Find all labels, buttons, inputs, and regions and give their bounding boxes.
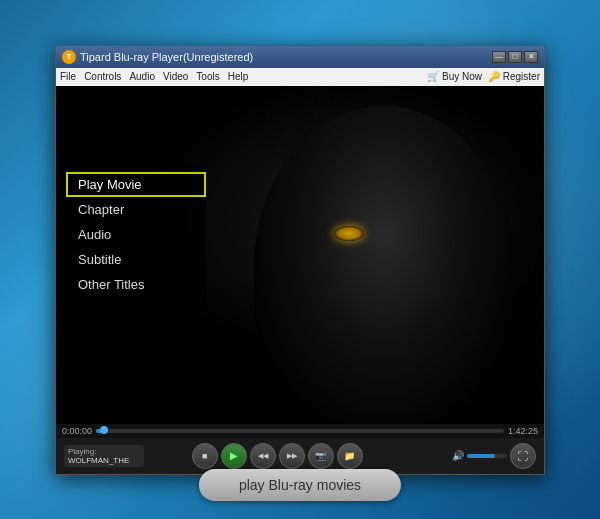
buy-now-button[interactable]: 🛒 Buy Now — [427, 71, 482, 82]
bottom-button-area: play Blu-ray movies — [199, 469, 401, 501]
playing-info: Playing: WOLFMAN_THE — [64, 445, 144, 467]
transport-controls — [192, 443, 363, 469]
snapshot-button[interactable] — [308, 443, 334, 469]
maximize-button[interactable]: □ — [508, 51, 522, 63]
register-button[interactable]: 🔑 Register — [488, 71, 540, 82]
menu-item-play-movie[interactable]: Play Movie — [66, 172, 206, 197]
app-icon: T — [62, 50, 76, 64]
wolf-eye — [334, 226, 364, 241]
menu-tools[interactable]: Tools — [196, 71, 219, 82]
window-controls: — □ ✕ — [492, 51, 538, 63]
progress-area[interactable]: 0:00:00 1:42:25 — [56, 424, 544, 438]
current-time: 0:00:00 — [62, 426, 92, 436]
previous-button[interactable] — [250, 443, 276, 469]
stop-button[interactable] — [192, 443, 218, 469]
wolf-face — [254, 106, 514, 424]
menu-file[interactable]: File — [60, 71, 76, 82]
playing-title: WOLFMAN_THE — [68, 456, 140, 465]
menu-audio[interactable]: Audio — [129, 71, 155, 82]
menu-video[interactable]: Video — [163, 71, 188, 82]
menu-item-other-titles[interactable]: Other Titles — [66, 272, 206, 297]
playing-label: Playing: — [68, 447, 140, 456]
volume-fill — [467, 454, 495, 458]
menu-item-subtitle[interactable]: Subtitle — [66, 247, 206, 272]
progress-thumb[interactable] — [100, 426, 108, 434]
total-time: 1:42:25 — [508, 426, 538, 436]
volume-slider[interactable] — [467, 454, 507, 458]
open-button[interactable] — [337, 443, 363, 469]
next-button[interactable] — [279, 443, 305, 469]
volume-icon: 🔊 — [452, 450, 464, 461]
progress-bar[interactable] — [96, 429, 504, 433]
menu-right: 🛒 Buy Now 🔑 Register — [427, 71, 540, 82]
minimize-button[interactable]: — — [492, 51, 506, 63]
menu-item-chapter[interactable]: Chapter — [66, 197, 206, 222]
title-bar-left: T Tipard Blu-ray Player(Unregistered) — [62, 50, 253, 64]
menu-item-audio[interactable]: Audio — [66, 222, 206, 247]
close-button[interactable]: ✕ — [524, 51, 538, 63]
video-area: Play Movie Chapter Audio Subtitle Other … — [56, 86, 544, 424]
fullscreen-button[interactable] — [510, 443, 536, 469]
menu-bar: File Controls Audio Video Tools Help 🛒 B… — [56, 68, 544, 86]
player-window: T Tipard Blu-ray Player(Unregistered) — … — [55, 45, 545, 475]
menu-help[interactable]: Help — [228, 71, 249, 82]
title-bar: T Tipard Blu-ray Player(Unregistered) — … — [56, 46, 544, 68]
volume-control: 🔊 — [452, 443, 536, 469]
play-button[interactable] — [221, 443, 247, 469]
play-bluray-button[interactable]: play Blu-ray movies — [199, 469, 401, 501]
video-menu: Play Movie Chapter Audio Subtitle Other … — [66, 166, 206, 303]
window-title: Tipard Blu-ray Player(Unregistered) — [80, 51, 253, 63]
menu-controls[interactable]: Controls — [84, 71, 121, 82]
menu-items: File Controls Audio Video Tools Help — [60, 71, 248, 82]
